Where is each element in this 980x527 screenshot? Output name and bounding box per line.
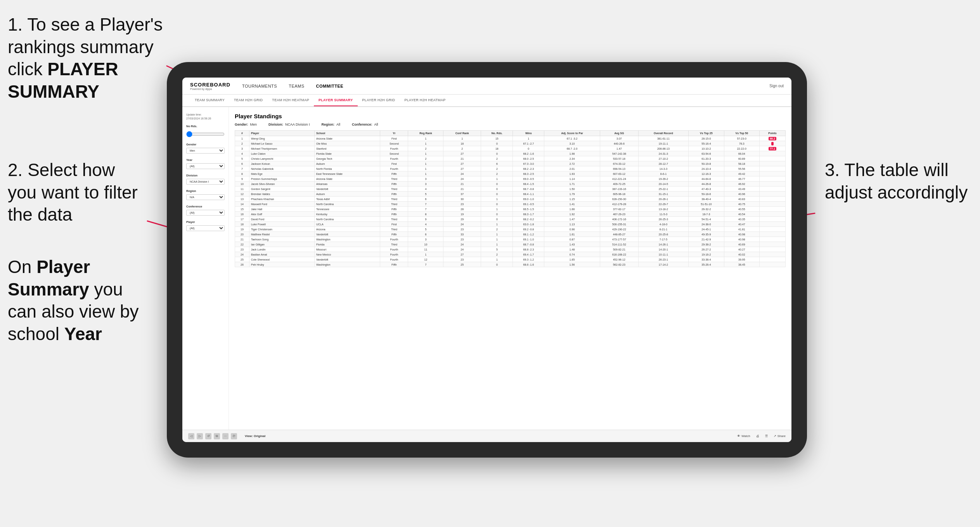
table-row[interactable]: 1Wenyi DingArizona StateFirst1115167.1 -… <box>235 136 786 141</box>
sidebar-year-section: Year (All) First Second Third Fourth Fif… <box>186 158 225 169</box>
table-cell: 23 <box>443 257 481 262</box>
table-cell: 2 <box>443 146 481 151</box>
table-row[interactable]: 21Taehoon SongWashingtonFourth323169.1 -… <box>235 237 786 242</box>
table-cell: 27 <box>443 161 481 166</box>
table-cell: Third <box>380 187 408 192</box>
table-row[interactable]: 25Cole SherwoodVanderbiltFourth1223169.3… <box>235 257 786 262</box>
sidebar-region-select[interactable]: N/A All <box>186 194 225 200</box>
table-cell: 49-35-9 <box>689 232 724 237</box>
toolbar-watch-btn[interactable]: 👁 Watch <box>737 434 750 438</box>
table-row[interactable]: 22Ian GilliganFloridaThird1024168.7 -0.8… <box>235 242 786 247</box>
table-row[interactable]: 4Luke ClatonFlorida StateSecond127068.2 … <box>235 151 786 156</box>
nav-item-committee[interactable]: COMMITTEE <box>316 82 344 90</box>
table-cell: 1.92 <box>544 212 600 217</box>
toolbar-share-btn[interactable]: ↗ Share <box>774 434 786 438</box>
table-cell: 0 <box>481 187 513 192</box>
table-row[interactable]: 16Alex GoffKentuckyFifth819068.3 -1.71.9… <box>235 212 786 217</box>
sidebar-no-rds: No Rds. <box>186 124 225 138</box>
table-cell: Vanderbilt <box>314 232 380 237</box>
nav-item-teams[interactable]: TEAMS <box>289 82 304 90</box>
table-row[interactable]: 20Matthew RiedelVanderbiltFifth633168.1 … <box>235 232 786 237</box>
table-row[interactable]: 6Jackson KoivunAuburnFirst127667.3 -3.02… <box>235 161 786 166</box>
table-cell: 27 <box>443 151 481 156</box>
table-row[interactable]: 3Michael ThorbjornsenStanfordFourth22180… <box>235 146 786 151</box>
col-player: Player <box>249 131 314 136</box>
sidebar-year-select[interactable]: (All) First Second Third Fourth Fifth <box>186 163 225 169</box>
table-row[interactable]: 23Jack LundinMissouriFourth1124568.8 -2.… <box>235 247 786 252</box>
table-row[interactable]: 19Tiger ChristensenArizonaThird523269.2 … <box>235 227 786 232</box>
table-row[interactable]: 7Nicholas GabrelcikNorth FloridaFourth12… <box>235 166 786 171</box>
table-cell: 11-5-3 <box>638 212 688 217</box>
sidebar-gender-select[interactable]: Men Women <box>186 148 225 154</box>
toolbar-forward-icon[interactable]: ▷ <box>197 433 203 439</box>
nav-logo: SCOREBOARD Powered by dippa <box>190 82 230 90</box>
table-cell: 16 <box>235 212 249 217</box>
table-cell: North Florida <box>314 166 380 171</box>
table-cell: Phachara Khachan <box>249 197 314 202</box>
table-cell: 63-54-6 <box>689 151 724 156</box>
col-points: Points <box>760 131 786 136</box>
table-cell: 18 <box>481 146 513 151</box>
table-row[interactable]: 12Brendan ValdesAuburnFifth537068.4 -1.1… <box>235 192 786 197</box>
table-cell: 35-26-4 <box>689 262 724 267</box>
sidebar-no-rds-label: No Rds. <box>186 124 225 128</box>
table-cell: 0 <box>481 151 513 156</box>
table-row[interactable]: 14Maxwell FordNorth CarolinaThird723069.… <box>235 202 786 207</box>
sub-nav-player-h2h-grid[interactable]: PLAYER H2H GRID <box>358 95 400 106</box>
table-row[interactable]: 2Michael Le SassoOle MissSecond118067.1 … <box>235 141 786 146</box>
table-cell: 18 <box>235 222 249 227</box>
table-cell: 24 <box>443 242 481 247</box>
toolbar-ellipsis-icon[interactable]: ··· <box>222 433 229 439</box>
sub-nav-player-h2h-heatmap[interactable]: PLAYER H2H HEATMAP <box>400 95 450 106</box>
table-cell: 40.98 <box>724 237 759 242</box>
sub-nav-team-h2h-heatmap[interactable]: TEAM H2H HEATMAP <box>267 95 314 106</box>
table-cell: 68.7 -2.0 <box>544 146 600 151</box>
nav-items: TOURNAMENTS TEAMS COMMITTEE <box>242 82 769 90</box>
toolbar-list-btn[interactable]: ☰ <box>765 434 768 438</box>
table-cell: 69.1 -1.0 <box>513 237 544 242</box>
sub-nav-player-summary[interactable]: PLAYER SUMMARY <box>314 95 358 106</box>
table-cell: 24-31-3 <box>638 151 688 156</box>
table-cell: Missouri <box>314 247 380 252</box>
table-row[interactable]: 17David FordNorth CarolinaThird929068.2 … <box>235 217 786 222</box>
sidebar-conference-select[interactable]: (All) <box>186 210 225 216</box>
toolbar-clock-icon[interactable]: ⏱ <box>231 433 237 439</box>
filter-conference-value: All <box>374 123 378 126</box>
sidebar-region-label: Region <box>186 189 225 193</box>
table-row[interactable]: 24Bastian AmatNew MexicoFourth127269.4 -… <box>235 252 786 257</box>
table-row[interactable]: 9Preston SummerhaysArizona StateThird324… <box>235 176 786 181</box>
toolbar-back-icon[interactable]: ◁ <box>188 433 194 439</box>
table-cell <box>760 176 786 181</box>
table-cell: Brendan Valdes <box>249 192 314 197</box>
table-cell: Vanderbilt <box>314 187 380 192</box>
table-cell: 26-25-3 <box>638 217 688 222</box>
table-row[interactable]: 26Petr HrubyWashingtonFifth725068.6 -1.6… <box>235 262 786 267</box>
table-row[interactable]: 15Jake HallTennesseeFifth728166.5 -1.51.… <box>235 207 786 212</box>
sub-nav-team-h2h-grid[interactable]: TEAM H2H GRID <box>229 95 267 106</box>
table-cell: Third <box>380 176 408 181</box>
table-row[interactable]: 5Christo LamprechtGeorgia TechFourth2212… <box>235 156 786 161</box>
toolbar-print-btn[interactable]: 🖨 <box>756 434 759 438</box>
nav-item-tournaments[interactable]: TOURNAMENTS <box>242 82 277 90</box>
sidebar-player-select[interactable]: (All) <box>186 225 225 231</box>
no-rds-slider[interactable] <box>186 131 225 137</box>
table-row[interactable]: 11Gordon SargentVanderbiltThird421068.7 … <box>235 187 786 192</box>
table-cell: 0.74 <box>544 252 600 257</box>
table-cell: 7-17-5 <box>638 237 688 242</box>
table-cell: 38-40-4 <box>689 197 724 202</box>
sub-nav-team-summary[interactable]: TEAM SUMMARY <box>190 95 229 106</box>
table-row[interactable]: 13Phachara KhachanTexas A&MThird630169.0… <box>235 197 786 202</box>
table-row[interactable]: 18Luke PowellUCLAFirst424163.0 -1.81.135… <box>235 222 786 227</box>
toolbar-copy-icon[interactable]: ⧉ <box>214 433 220 439</box>
sidebar-division-select[interactable]: NCAA Division I NCAA Division II NCAA Di… <box>186 179 225 185</box>
sign-out-link[interactable]: Sign out <box>769 84 784 88</box>
table-cell: 3 <box>408 181 443 187</box>
table-cell: 616-168-22 <box>600 252 639 257</box>
table-cell <box>760 252 786 257</box>
toolbar-refresh-icon[interactable]: ↺ <box>205 433 211 439</box>
table-row[interactable]: 8Mats EgeEast Tennessee StateFifth124268… <box>235 171 786 176</box>
table-cell <box>760 187 786 192</box>
table-cell: Jackson Koivun <box>249 161 314 166</box>
table-row[interactable]: 10Jacob Silvo-SilveanArkansasFifth321068… <box>235 181 786 187</box>
table-cell: 43.49 <box>724 187 759 192</box>
